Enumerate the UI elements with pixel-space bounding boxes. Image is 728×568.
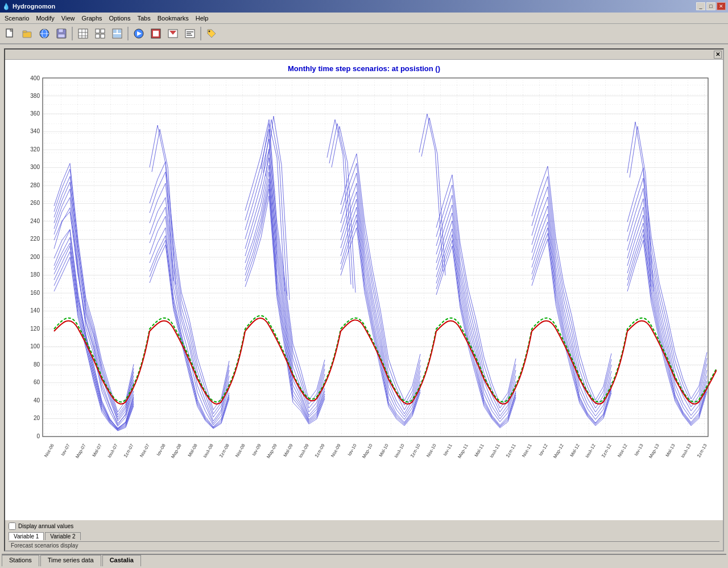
- svg-text:Μαρ-13: Μαρ-13: [648, 443, 660, 459]
- menu-modify[interactable]: Modify: [32, 14, 57, 23]
- inner-window-titlebar: ✕: [5, 50, 723, 60]
- svg-text:320: 320: [30, 146, 40, 153]
- castalia-tab[interactable]: Castalia: [102, 555, 141, 566]
- svg-text:Μαϊ-08: Μαϊ-08: [187, 443, 198, 458]
- display-annual-values-checkbox[interactable]: [9, 522, 16, 530]
- svg-rect-22: [113, 34, 121, 38]
- menu-options[interactable]: Options: [106, 14, 134, 23]
- title-bar: 💧 Hydrognomon _ □ ✕: [0, 0, 728, 13]
- svg-text:Νοε-08: Νοε-08: [234, 443, 246, 458]
- svg-text:Ιαν-12: Ιαν-12: [538, 443, 549, 456]
- save-button[interactable]: [53, 26, 69, 42]
- toolbar-separator-2: [127, 27, 129, 40]
- svg-text:400: 400: [30, 75, 40, 81]
- stations-tab[interactable]: Stations: [2, 555, 39, 566]
- svg-text:Νοε-11: Νοε-11: [521, 443, 533, 458]
- svg-text:0: 0: [36, 433, 40, 439]
- svg-text:280: 280: [30, 182, 40, 188]
- forecast-label: Forecast scenarios display: [9, 542, 719, 549]
- menu-scenario[interactable]: Scenario: [1, 14, 32, 23]
- svg-text:Μαϊ-13: Μαϊ-13: [665, 443, 676, 458]
- svg-text:Νοε-06: Νοε-06: [43, 443, 55, 458]
- svg-rect-20: [113, 30, 117, 33]
- open-button[interactable]: [19, 26, 35, 42]
- svg-text:Μαϊ-10: Μαϊ-10: [378, 443, 390, 458]
- variable-tabs-row: Variable 1 Variable 2: [9, 531, 719, 542]
- menu-bookmarks[interactable]: Bookmarks: [154, 14, 192, 23]
- svg-text:Ιουλ-13: Ιουλ-13: [680, 443, 692, 459]
- menu-graphs[interactable]: Graphs: [78, 14, 105, 23]
- svg-text:Μαϊ-12: Μαϊ-12: [569, 443, 581, 458]
- svg-text:Μαϊ-07: Μαϊ-07: [92, 443, 103, 458]
- toolbar-separator-3: [200, 27, 201, 40]
- svg-rect-16: [101, 29, 105, 33]
- svg-text:260: 260: [30, 200, 40, 206]
- app-icon: 💧: [2, 3, 10, 10]
- grid2-button[interactable]: [92, 26, 108, 42]
- svg-text:Μαϊ-11: Μαϊ-11: [474, 443, 485, 458]
- globe-button[interactable]: [36, 26, 52, 42]
- maximize-button[interactable]: □: [706, 2, 715, 10]
- svg-text:Μαρ-11: Μαρ-11: [457, 443, 469, 459]
- new-button[interactable]: [2, 26, 18, 42]
- svg-text:80: 80: [34, 361, 40, 368]
- svg-text:Σεπ-13: Σεπ-13: [696, 443, 708, 458]
- toolbar-separator-1: [72, 27, 73, 40]
- svg-text:Μαρ-09: Μαρ-09: [266, 443, 278, 459]
- svg-text:220: 220: [30, 236, 40, 242]
- chart-container: 400 380 360 340 320 300 280 260 240 220 …: [5, 75, 723, 520]
- svg-text:Ιαν-07: Ιαν-07: [60, 443, 71, 456]
- svg-rect-10: [78, 29, 88, 38]
- svg-text:Ιουλ-08: Ιουλ-08: [202, 443, 214, 459]
- stop1-button[interactable]: [148, 26, 164, 42]
- chart-window: ✕ Monthly time step scenarios: at posist…: [4, 48, 724, 551]
- svg-text:Ιαν-10: Ιαν-10: [347, 443, 358, 456]
- variable2-tab[interactable]: Variable 2: [45, 532, 80, 540]
- svg-rect-9: [58, 34, 65, 38]
- menu-bar: Scenario Modify View Graphs Options Tabs…: [0, 13, 728, 24]
- menu-view[interactable]: View: [58, 14, 78, 23]
- grid1-button[interactable]: [75, 26, 91, 42]
- svg-text:Ιουλ-10: Ιουλ-10: [394, 443, 406, 459]
- svg-text:240: 240: [30, 218, 40, 224]
- svg-text:Ιαν-08: Ιαν-08: [156, 443, 167, 456]
- svg-text:140: 140: [30, 307, 40, 314]
- svg-text:Σεπ-12: Σεπ-12: [601, 443, 613, 458]
- svg-text:Ιαν-09: Ιαν-09: [251, 443, 262, 456]
- svg-text:60: 60: [34, 379, 40, 385]
- svg-text:Ιουλ-09: Ιουλ-09: [298, 443, 310, 459]
- svg-text:200: 200: [30, 254, 40, 260]
- svg-text:Ιαν-13: Ιαν-13: [634, 443, 644, 456]
- variable1-tab[interactable]: Variable 1: [9, 532, 44, 540]
- svg-text:380: 380: [30, 93, 40, 99]
- menu-tabs[interactable]: Tabs: [134, 14, 154, 23]
- svg-text:100: 100: [30, 343, 40, 349]
- tag-button[interactable]: [204, 26, 220, 42]
- play-button[interactable]: [131, 26, 147, 42]
- menu-help[interactable]: Help: [192, 14, 212, 23]
- time-series-data-tab[interactable]: Time series data: [40, 555, 101, 566]
- grid3-button[interactable]: [109, 26, 125, 42]
- svg-text:Νοε-09: Νοε-09: [330, 443, 342, 458]
- inner-close-button[interactable]: ✕: [714, 51, 722, 59]
- svg-text:120: 120: [30, 326, 40, 332]
- svg-text:340: 340: [30, 128, 40, 134]
- stop3-button[interactable]: [182, 26, 198, 42]
- svg-text:Σεπ-08: Σεπ-08: [218, 443, 230, 458]
- svg-text:Σεπ-07: Σεπ-07: [123, 443, 135, 458]
- svg-text:360: 360: [30, 110, 40, 117]
- svg-rect-15: [96, 29, 100, 33]
- svg-text:Ιουλ-07: Ιουλ-07: [107, 443, 119, 459]
- svg-rect-21: [118, 30, 121, 33]
- svg-text:Μαρ-08: Μαρ-08: [170, 443, 183, 459]
- svg-text:160: 160: [30, 290, 40, 296]
- svg-rect-18: [101, 34, 105, 38]
- close-button[interactable]: ✕: [717, 2, 726, 10]
- svg-text:20: 20: [34, 415, 40, 421]
- app-title: Hydrognomon: [13, 3, 55, 10]
- svg-rect-8: [59, 29, 63, 32]
- stop2-button[interactable]: [165, 26, 181, 42]
- chart-title: Monthly time step scenarios: at posistio…: [5, 60, 723, 75]
- minimize-button[interactable]: _: [696, 2, 705, 10]
- svg-text:Μαρ-10: Μαρ-10: [361, 443, 374, 459]
